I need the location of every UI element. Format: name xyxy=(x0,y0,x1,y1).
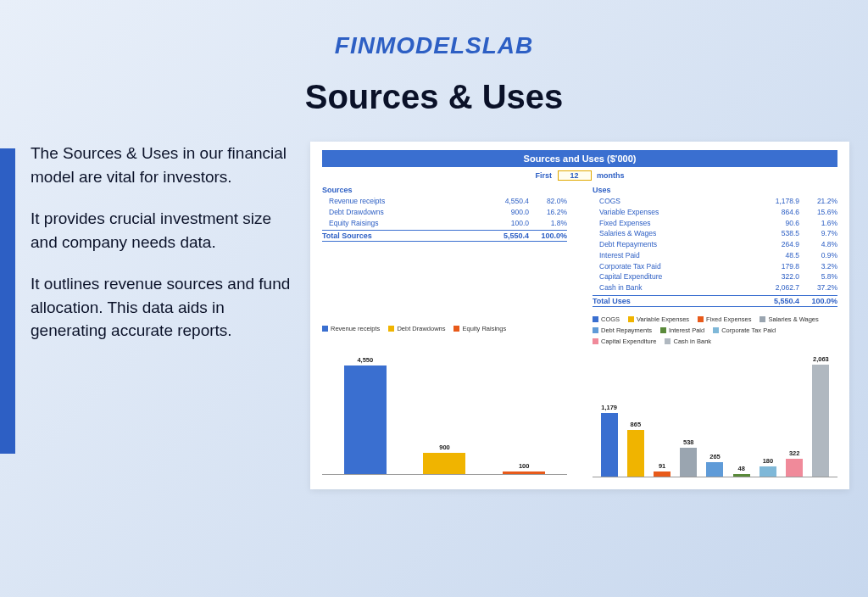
legend-swatch xyxy=(628,316,634,322)
bar-value-label: 538 xyxy=(683,438,694,446)
row-pct: 15.6% xyxy=(799,207,837,218)
bar-rect xyxy=(503,471,545,474)
uses-total-pct: 100.0% xyxy=(799,297,837,305)
table-row: Revenue receipts4,550.482.0% xyxy=(322,196,567,207)
legend-swatch xyxy=(593,316,598,322)
row-label: Interest Paid xyxy=(593,250,753,261)
panel-title: Sources and Uses ($'000) xyxy=(322,150,837,167)
row-label: Debt Drawdowns xyxy=(322,207,482,218)
bar: 48 xyxy=(733,465,750,477)
row-pct: 0.9% xyxy=(799,250,837,261)
bar-rect xyxy=(627,430,644,477)
bar: 538 xyxy=(680,438,697,477)
bar: 91 xyxy=(654,462,670,477)
period-prefix: First xyxy=(535,171,552,180)
period-suffix: months xyxy=(597,171,625,180)
table-row: Debt Drawdowns900.016.2% xyxy=(322,207,567,218)
bar: 4,550 xyxy=(344,356,387,473)
bar-value-label: 900 xyxy=(439,444,450,451)
bar-value-label: 100 xyxy=(519,462,530,470)
legend-item: Salaries & Wages xyxy=(760,315,818,323)
uses-table: Uses COGS1,178.921.2%Variable Expenses86… xyxy=(593,186,837,307)
bar: 2,063 xyxy=(812,355,829,476)
row-pct: 4.8% xyxy=(799,239,837,250)
table-row: Salaries & Wages538.59.7% xyxy=(593,228,837,239)
bar: 180 xyxy=(760,457,776,476)
bar-rect xyxy=(733,474,750,477)
row-pct: 1.8% xyxy=(529,218,567,229)
bar-value-label: 2,063 xyxy=(813,355,829,363)
row-pct: 9.7% xyxy=(799,228,837,239)
table-row: Interest Paid48.50.9% xyxy=(593,250,837,261)
uses-total-row: Total Uses 5,550.4 100.0% xyxy=(593,295,837,307)
legend-label: Cash in Bank xyxy=(673,338,711,345)
legend-swatch xyxy=(453,326,459,332)
row-value: 48.5 xyxy=(753,250,799,261)
table-row: Cash in Bank2,062.737.2% xyxy=(593,282,837,293)
row-label: Equity Raisings xyxy=(322,218,482,229)
table-row: Equity Raisings100.01.8% xyxy=(322,218,567,229)
uses-total-label: Total Uses xyxy=(593,297,753,305)
legend-label: Variable Expenses xyxy=(637,315,689,323)
paragraph-2: It provides crucial investment size and … xyxy=(31,207,295,254)
legend-item: Variable Expenses xyxy=(628,315,689,323)
bar-value-label: 322 xyxy=(789,449,800,457)
bar-rect xyxy=(812,365,829,476)
paragraph-1: The Sources & Uses in our financial mode… xyxy=(31,142,295,188)
bar-rect xyxy=(786,459,803,476)
bar: 322 xyxy=(786,449,803,476)
row-pct: 3.2% xyxy=(799,261,837,272)
sources-header: Sources xyxy=(322,186,567,194)
row-label: Cash in Bank xyxy=(593,282,753,293)
legend-item: Corporate Tax Paid xyxy=(713,326,776,334)
row-pct: 1.6% xyxy=(799,218,837,229)
row-value: 2,062.7 xyxy=(753,282,799,293)
bar-rect xyxy=(760,466,776,476)
legend-item: Revenue receipts xyxy=(322,315,380,343)
description-column: The Sources & Uses in our financial mode… xyxy=(31,142,310,489)
accent-bar xyxy=(0,148,15,454)
row-value: 322.0 xyxy=(753,271,799,282)
row-label: Debt Repayments xyxy=(593,239,753,250)
legend-swatch xyxy=(593,327,598,333)
period-input[interactable]: 12 xyxy=(558,170,592,181)
legend-label: Debt Repayments xyxy=(601,326,652,334)
row-value: 179.8 xyxy=(753,261,799,272)
legend-swatch xyxy=(660,327,666,333)
legend-swatch xyxy=(713,327,719,333)
bar-value-label: 265 xyxy=(709,453,721,460)
row-label: Variable Expenses xyxy=(593,207,753,218)
table-row: Variable Expenses864.615.6% xyxy=(593,207,837,218)
bar-value-label: 48 xyxy=(738,465,745,472)
legend-item: COGS xyxy=(593,315,620,323)
sources-chart: Revenue receiptsDebt DrawdownsEquity Rai… xyxy=(322,315,567,477)
row-value: 864.6 xyxy=(753,207,799,218)
table-row: Fixed Expenses90.61.6% xyxy=(593,218,837,229)
table-row: Capital Expenditure322.05.8% xyxy=(593,271,837,282)
sources-total-pct: 100.0% xyxy=(529,232,567,240)
bar: 265 xyxy=(706,453,723,477)
bar-rect xyxy=(423,453,465,474)
legend-swatch xyxy=(322,326,328,332)
sources-total-value: 5,550.4 xyxy=(482,232,529,240)
table-row: Debt Repayments264.94.8% xyxy=(593,239,837,250)
row-pct: 82.0% xyxy=(529,196,567,207)
table-row: Corporate Tax Paid179.83.2% xyxy=(593,261,837,272)
row-value: 538.5 xyxy=(753,228,799,239)
legend-label: COGS xyxy=(601,315,620,323)
legend-swatch xyxy=(388,326,394,332)
legend-item: Interest Paid xyxy=(660,326,704,334)
legend-label: Fixed Expenses xyxy=(706,315,751,323)
paragraph-3: It outlines revenue sources and fund all… xyxy=(31,272,295,343)
bar-value-label: 180 xyxy=(763,457,774,465)
period-row: First 12 months xyxy=(322,170,837,181)
brand-logo: FINMODELSLAB xyxy=(0,0,868,59)
sources-table: Sources Revenue receipts4,550.482.0%Debt… xyxy=(322,186,567,307)
legend-item: Cash in Bank xyxy=(665,338,711,345)
legend-item: Fixed Expenses xyxy=(698,315,751,323)
legend-label: Corporate Tax Paid xyxy=(721,326,776,334)
bar: 865 xyxy=(627,421,644,477)
sources-total-label: Total Sources xyxy=(322,232,482,240)
legend-label: Revenue receipts xyxy=(331,325,380,332)
legend-label: Capital Expenditure xyxy=(601,338,656,345)
